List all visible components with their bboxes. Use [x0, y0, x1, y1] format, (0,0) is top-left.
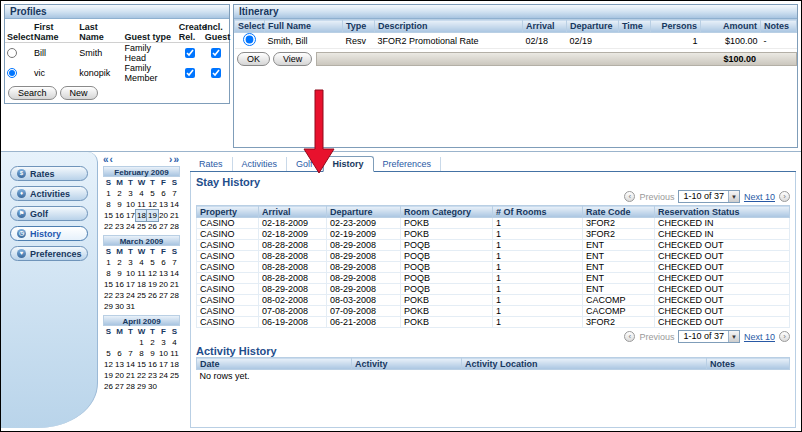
calendar-last-month-icon[interactable]: ›» — [169, 155, 180, 165]
calendar-day[interactable]: 18 — [136, 210, 147, 221]
calendar-day[interactable]: 27 — [158, 221, 169, 232]
tab-history[interactable]: History — [323, 156, 374, 172]
calendar-day[interactable]: 17 — [158, 359, 169, 370]
calendar-day[interactable]: 27 — [158, 290, 169, 301]
profile-select-radio[interactable] — [7, 48, 17, 58]
next-page-icon[interactable]: › — [779, 191, 790, 202]
calendar-day[interactable]: 22 — [103, 221, 114, 232]
calendar-day[interactable]: 3 — [125, 257, 136, 268]
calendar-day[interactable]: 14 — [169, 199, 180, 210]
calendar-day[interactable]: 19 — [147, 279, 158, 290]
next-page-icon[interactable]: › — [779, 331, 790, 342]
calendar-day[interactable]: 15 — [103, 279, 114, 290]
sidebar-item-rates[interactable]: $Rates — [10, 166, 88, 181]
next-link[interactable]: Next 10 — [744, 332, 775, 342]
calendar-day[interactable]: 2 — [147, 337, 158, 348]
calendar-day[interactable]: 11 — [169, 348, 180, 359]
calendar-day[interactable]: 15 — [103, 210, 114, 221]
sidebar-item-history[interactable]: ◷History — [10, 226, 88, 241]
calendar-day[interactable]: 3 — [158, 337, 169, 348]
new-button[interactable]: New — [60, 86, 98, 100]
calendar-day[interactable]: 29 — [136, 381, 147, 392]
sidebar-item-golf[interactable]: ⚑Golf — [10, 206, 88, 221]
calendar-day[interactable]: 2 — [114, 257, 125, 268]
calendar-day[interactable]: 22 — [103, 290, 114, 301]
ok-button[interactable]: OK — [237, 52, 270, 66]
create-rel-checkbox[interactable] — [185, 68, 195, 78]
previous-page-icon[interactable]: ‹ — [624, 191, 635, 202]
create-rel-checkbox[interactable] — [185, 48, 195, 58]
calendar-day[interactable]: 17 — [125, 210, 136, 221]
calendar-day[interactable]: 19 — [147, 210, 158, 221]
calendar-day[interactable]: 23 — [114, 290, 125, 301]
calendar-day[interactable]: 23 — [147, 370, 158, 381]
next-link[interactable]: Next 10 — [744, 192, 775, 202]
tab-activities[interactable]: Activities — [233, 157, 288, 171]
calendar-day[interactable]: 10 — [158, 348, 169, 359]
calendar-day[interactable]: 16 — [114, 279, 125, 290]
calendar-day[interactable]: 30 — [147, 381, 158, 392]
calendar-day[interactable]: 25 — [136, 290, 147, 301]
calendar-day[interactable]: 25 — [136, 221, 147, 232]
calendar-day[interactable]: 3 — [125, 188, 136, 199]
calendar-day[interactable]: 16 — [147, 359, 158, 370]
calendar-day[interactable]: 5 — [147, 188, 158, 199]
calendar-day[interactable]: 10 — [125, 199, 136, 210]
calendar-day[interactable]: 12 — [147, 199, 158, 210]
calendar-day[interactable]: 7 — [125, 348, 136, 359]
calendar-day[interactable]: 1 — [103, 188, 114, 199]
calendar-day[interactable]: 11 — [136, 199, 147, 210]
calendar-day[interactable]: 27 — [114, 381, 125, 392]
calendar-day[interactable]: 8 — [136, 348, 147, 359]
calendar-day[interactable]: 9 — [147, 348, 158, 359]
calendar-day[interactable]: 11 — [136, 268, 147, 279]
calendar-day[interactable]: 4 — [136, 257, 147, 268]
calendar-day[interactable]: 10 — [125, 268, 136, 279]
calendar-day[interactable]: 24 — [125, 290, 136, 301]
calendar-day[interactable]: 7 — [169, 188, 180, 199]
view-button[interactable]: View — [273, 52, 312, 66]
calendar-day[interactable]: 29 — [103, 301, 114, 312]
tab-preferences[interactable]: Preferences — [374, 157, 442, 171]
calendar-day[interactable]: 25 — [169, 370, 180, 381]
calendar-day[interactable]: 5 — [103, 348, 114, 359]
sidebar-item-activities[interactable]: ♦Activities — [10, 186, 88, 201]
calendar-day[interactable]: 24 — [125, 221, 136, 232]
calendar-day[interactable]: 13 — [158, 268, 169, 279]
itinerary-select-radio[interactable] — [243, 33, 256, 46]
calendar-day[interactable]: 4 — [169, 337, 180, 348]
calendar-day[interactable]: 26 — [147, 290, 158, 301]
calendar-day[interactable]: 28 — [125, 381, 136, 392]
calendar-day[interactable]: 2 — [114, 188, 125, 199]
calendar-day[interactable]: 21 — [125, 370, 136, 381]
calendar-day[interactable]: 14 — [169, 268, 180, 279]
calendar-day[interactable]: 16 — [114, 210, 125, 221]
calendar-day[interactable]: 20 — [158, 279, 169, 290]
search-button[interactable]: Search — [8, 86, 57, 100]
calendar-day[interactable]: 8 — [103, 199, 114, 210]
calendar-day[interactable]: 4 — [136, 188, 147, 199]
calendar-day[interactable]: 19 — [103, 370, 114, 381]
page-range-dropdown[interactable]: 1-10 of 37 ▼ — [678, 190, 740, 203]
calendar-day[interactable]: 13 — [114, 359, 125, 370]
calendar-day[interactable]: 6 — [158, 257, 169, 268]
calendar-day[interactable]: 8 — [103, 268, 114, 279]
calendar-day[interactable]: 20 — [114, 370, 125, 381]
calendar-day[interactable]: 26 — [103, 381, 114, 392]
calendar-day[interactable]: 17 — [125, 279, 136, 290]
tab-golf[interactable]: Golf — [287, 157, 323, 171]
calendar-day[interactable]: 1 — [136, 337, 147, 348]
calendar-day[interactable]: 21 — [169, 279, 180, 290]
previous-page-icon[interactable]: ‹ — [624, 331, 635, 342]
calendar-day[interactable]: 20 — [158, 210, 169, 221]
calendar-day[interactable]: 21 — [169, 210, 180, 221]
calendar-day[interactable]: 31 — [125, 301, 136, 312]
calendar-day[interactable]: 9 — [114, 268, 125, 279]
calendar-day[interactable]: 7 — [169, 257, 180, 268]
calendar-day[interactable]: 12 — [147, 268, 158, 279]
calendar-day[interactable]: 1 — [103, 257, 114, 268]
calendar-day[interactable]: 6 — [158, 188, 169, 199]
calendar-day[interactable]: 23 — [114, 221, 125, 232]
calendar-day[interactable]: 15 — [136, 359, 147, 370]
calendar-day[interactable]: 28 — [169, 290, 180, 301]
